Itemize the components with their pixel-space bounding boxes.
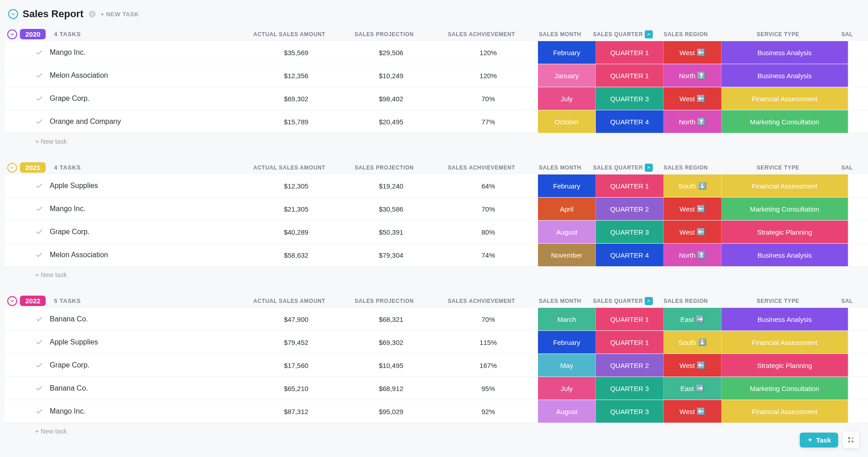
column-header-service[interactable]: SERVICE TYPE	[715, 297, 841, 305]
cell-region[interactable]: West⬅️	[664, 87, 722, 110]
group-toggle-icon[interactable]	[7, 296, 17, 306]
check-icon[interactable]	[35, 182, 43, 190]
column-header-projection[interactable]: SALES PROJECTION	[337, 297, 432, 305]
check-icon[interactable]	[35, 315, 43, 323]
cell-quarter[interactable]: QUARTER 1	[596, 64, 664, 87]
cell-service[interactable]: Financial Assessment	[722, 174, 848, 197]
cell-service[interactable]: Strategic Planning	[722, 221, 848, 243]
check-icon[interactable]	[35, 407, 43, 415]
check-icon[interactable]	[35, 228, 43, 236]
column-header-month[interactable]: SALES MONTH	[531, 164, 589, 172]
cell-month[interactable]: February	[538, 331, 596, 353]
group-toggle-icon[interactable]	[7, 163, 17, 173]
new-task-button[interactable]: + New task	[5, 133, 868, 150]
year-badge[interactable]: 2022	[20, 296, 46, 306]
cell-quarter[interactable]: QUARTER 1	[596, 308, 664, 330]
column-header-overflow[interactable]: SAL	[841, 164, 859, 172]
new-task-header-button[interactable]: + NEW TASK	[101, 11, 139, 18]
cell-service[interactable]: Business Analysis	[722, 244, 848, 266]
cell-month[interactable]: January	[538, 64, 596, 87]
cell-region[interactable]: East➡️	[664, 308, 722, 330]
cell-service[interactable]: Business Analysis	[722, 41, 848, 64]
check-icon[interactable]	[35, 118, 43, 126]
cell-region[interactable]: West⬅️	[664, 221, 722, 243]
column-header-actual[interactable]: ACTUAL SALES AMOUNT	[242, 297, 337, 305]
task-row[interactable]: Apple Supplies $79,452 $69,302 115% Febr…	[5, 331, 868, 354]
cell-quarter[interactable]: QUARTER 1	[596, 41, 664, 64]
cell-month[interactable]: April	[538, 198, 596, 220]
cell-service[interactable]: Financial Assessment	[722, 331, 848, 353]
collapse-all-icon[interactable]	[8, 9, 18, 19]
cell-service[interactable]: Strategic Planning	[722, 354, 848, 377]
cell-region[interactable]: South⬇️	[664, 331, 722, 353]
cell-service[interactable]: Marketing Consultation	[722, 377, 848, 400]
year-badge[interactable]: 2020	[20, 29, 46, 39]
cell-service[interactable]: Business Analysis	[722, 64, 848, 87]
cell-service[interactable]: Marketing Consultation	[722, 198, 848, 220]
cell-month[interactable]: November	[538, 244, 596, 266]
cell-quarter[interactable]: QUARTER 2	[596, 354, 664, 377]
column-header-actual[interactable]: ACTUAL SALES AMOUNT	[242, 164, 337, 172]
task-row[interactable]: Grape Corp. $40,289 $50,391 80% August Q…	[5, 221, 868, 244]
task-row[interactable]: Mango Inc. $21,305 $30,586 70% April QUA…	[5, 198, 868, 221]
check-icon[interactable]	[35, 361, 43, 369]
column-header-quarter[interactable]: SALES QUARTER	[589, 297, 657, 305]
floating-task-button[interactable]: Task	[800, 433, 838, 448]
cell-month[interactable]: August	[538, 400, 596, 423]
cell-region[interactable]: North⬆️	[664, 110, 722, 133]
task-row[interactable]: Banana Co. $47,900 $68,321 70% March QUA…	[5, 308, 868, 331]
task-row[interactable]: Apple Supplies $12,305 $19,240 64% Febru…	[5, 174, 868, 198]
cell-month[interactable]: October	[538, 110, 596, 133]
column-header-projection[interactable]: SALES PROJECTION	[337, 164, 432, 172]
task-row[interactable]: Grape Corp. $17,560 $10,495 167% May QUA…	[5, 354, 868, 377]
group-toggle-icon[interactable]	[7, 29, 17, 39]
check-icon[interactable]	[35, 205, 43, 213]
check-icon[interactable]	[35, 338, 43, 346]
column-header-achievement[interactable]: SALES ACHVIEVEMENT	[432, 30, 531, 38]
cell-region[interactable]: West⬅️	[664, 354, 722, 377]
new-task-button[interactable]: + New task	[5, 423, 868, 439]
cell-month[interactable]: May	[538, 354, 596, 377]
task-row[interactable]: Mango Inc. $87,312 $95,029 92% August QU…	[5, 400, 868, 423]
column-header-achievement[interactable]: SALES ACHVIEVEMENT	[432, 297, 531, 305]
cell-quarter[interactable]: QUARTER 1	[596, 331, 664, 353]
cell-quarter[interactable]: QUARTER 3	[596, 221, 664, 243]
cell-region[interactable]: South⬇️	[664, 174, 722, 197]
year-badge[interactable]: 2021	[20, 162, 46, 173]
task-row[interactable]: Melon Association $58,632 $79,304 74% No…	[5, 244, 868, 267]
cell-region[interactable]: West⬅️	[664, 198, 722, 220]
cell-service[interactable]: Financial Assessment	[722, 400, 848, 423]
cell-month[interactable]: July	[538, 377, 596, 400]
check-icon[interactable]	[35, 48, 43, 57]
column-header-month[interactable]: SALES MONTH	[531, 30, 589, 38]
column-header-quarter[interactable]: SALES QUARTER	[589, 164, 657, 172]
task-row[interactable]: Banana Co. $65,210 $68,912 95% July QUAR…	[5, 377, 868, 400]
check-icon[interactable]	[35, 384, 43, 392]
cell-quarter[interactable]: QUARTER 3	[596, 377, 664, 400]
column-header-overflow[interactable]: SAL	[841, 297, 859, 305]
check-icon[interactable]	[35, 94, 43, 103]
column-header-projection[interactable]: SALES PROJECTION	[337, 30, 432, 38]
column-header-overflow[interactable]: SAL	[841, 30, 859, 38]
new-task-button[interactable]: + New task	[5, 267, 868, 283]
cell-region[interactable]: West⬅️	[664, 41, 722, 64]
cell-quarter[interactable]: QUARTER 2	[596, 198, 664, 220]
check-icon[interactable]	[35, 251, 43, 259]
cell-month[interactable]: February	[538, 174, 596, 197]
cell-month[interactable]: March	[538, 308, 596, 330]
column-header-region[interactable]: SALES REGION	[657, 164, 715, 172]
cell-region[interactable]: North⬆️	[664, 244, 722, 266]
check-icon[interactable]	[35, 71, 43, 80]
cell-month[interactable]: July	[538, 87, 596, 110]
cell-service[interactable]: Business Analysis	[722, 308, 848, 330]
column-header-actual[interactable]: ACTUAL SALES AMOUNT	[242, 30, 337, 38]
task-row[interactable]: Melon Association $12,356 $10,249 120% J…	[5, 64, 868, 87]
column-header-achievement[interactable]: SALES ACHVIEVEMENT	[432, 164, 531, 172]
apps-button[interactable]	[843, 432, 859, 448]
column-header-region[interactable]: SALES REGION	[657, 30, 715, 38]
cell-quarter[interactable]: QUARTER 1	[596, 174, 664, 197]
column-header-service[interactable]: SERVICE TYPE	[715, 164, 841, 172]
cell-service[interactable]: Marketing Consultation	[722, 110, 848, 133]
cell-month[interactable]: February	[538, 41, 596, 64]
cell-quarter[interactable]: QUARTER 3	[596, 87, 664, 110]
